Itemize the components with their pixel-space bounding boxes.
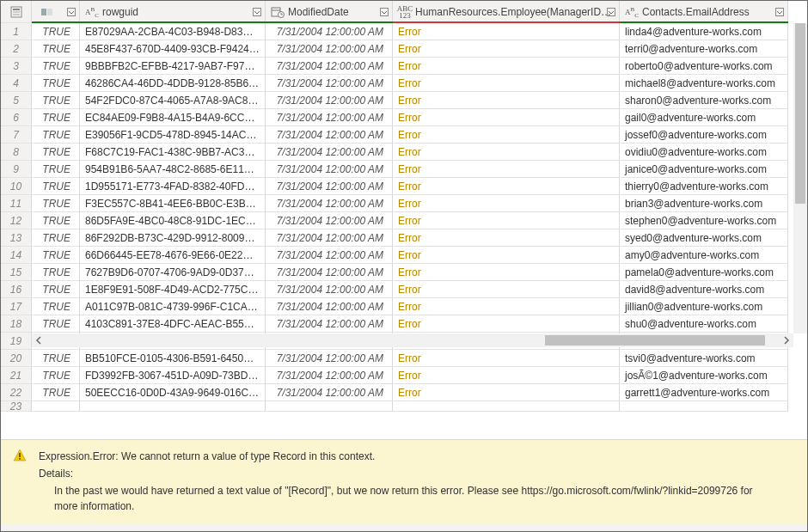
cell-error[interactable]: Error	[393, 126, 620, 144]
cell-bool[interactable]: TRUE	[32, 126, 80, 144]
cell-bool[interactable]: TRUE	[32, 264, 80, 281]
cell-modifieddate[interactable]: 7/31/2004 12:00:00 AM	[266, 264, 393, 281]
cell-modifieddate[interactable]: 7/31/2004 12:00:00 AM	[266, 161, 393, 178]
row-number[interactable]: 15	[1, 264, 32, 281]
row-number[interactable]: 8	[1, 144, 32, 161]
cell-email[interactable]: stephen0@adventure-works.com	[620, 212, 788, 229]
cell-modifieddate[interactable]: 7/31/2004 12:00:00 AM	[266, 229, 393, 247]
cell-error[interactable]: Error	[393, 315, 620, 333]
cell-bool[interactable]: TRUE	[32, 40, 80, 58]
cell-modifieddate[interactable]: 7/31/2004 12:00:00 AM	[266, 23, 393, 40]
scroll-right-arrow[interactable]	[780, 333, 793, 347]
cell-bool[interactable]: TRUE	[32, 315, 80, 333]
cell-error[interactable]: Error	[393, 350, 620, 367]
cell-email[interactable]: ovidiu0@adventure-works.com	[620, 144, 788, 161]
cell-email[interactable]: tsvi0@adventure-works.com	[620, 350, 788, 367]
cell-rowguid[interactable]: 954B91B6-5AA7-48C2-8685-6E11C6E5C...	[80, 161, 266, 178]
filter-dropdown-icon[interactable]	[67, 8, 76, 16]
cell-bool[interactable]: TRUE	[32, 229, 80, 247]
cell-email[interactable]: david8@adventure-works.com	[620, 281, 788, 298]
cell-bool[interactable]: TRUE	[32, 144, 80, 161]
row-number[interactable]: 6	[1, 109, 32, 126]
cell-error[interactable]: Error	[393, 229, 620, 247]
scrollbar-thumb[interactable]	[545, 335, 765, 345]
row-number[interactable]: 21	[1, 367, 32, 384]
cell-rowguid[interactable]: 1D955171-E773-4FAD-8382-40FD898D5...	[80, 178, 266, 195]
any-type-icon[interactable]: ABC123	[398, 5, 412, 19]
cell-rowguid[interactable]: 4103C891-37E8-4DFC-AEAC-B55E2BC1B...	[80, 315, 266, 333]
filter-dropdown-icon[interactable]	[380, 8, 389, 16]
row-number[interactable]: 3	[1, 58, 32, 75]
row-number[interactable]: 18	[1, 315, 32, 333]
cell-bool[interactable]: TRUE	[32, 75, 80, 92]
cell-email[interactable]: josÃ©1@adventure-works.com	[620, 367, 788, 384]
cell-error[interactable]: Error	[393, 178, 620, 195]
cell-bool[interactable]: TRUE	[32, 195, 80, 212]
row-number[interactable]: 19	[1, 333, 32, 350]
filter-dropdown-icon[interactable]	[253, 8, 261, 16]
cell-error[interactable]: Error	[393, 75, 620, 92]
scrollbar-thumb[interactable]	[795, 23, 805, 204]
cell-rowguid[interactable]: 50EECC16-0D0D-43A9-9649-016C06DE8...	[80, 384, 266, 401]
cell-email[interactable]: roberto0@adventure-works.com	[620, 58, 788, 75]
cell-error[interactable]: Error	[393, 58, 620, 75]
row-number[interactable]: 20	[1, 350, 32, 367]
column-header-bool[interactable]	[32, 1, 80, 23]
filter-dropdown-icon[interactable]	[607, 8, 615, 16]
cell-rowguid[interactable]: 54F2FDC0-87C4-4065-A7A8-9AC8EA624...	[80, 92, 266, 109]
row-number[interactable]: 11	[1, 195, 32, 212]
cell-error[interactable]: Error	[393, 161, 620, 178]
cell-email[interactable]: jillian0@adventure-works.com	[620, 298, 788, 315]
cell-error[interactable]: Error	[393, 298, 620, 315]
cell-bool[interactable]: TRUE	[32, 178, 80, 195]
row-number[interactable]: 12	[1, 212, 32, 229]
cell-modifieddate[interactable]: 7/31/2004 12:00:00 AM	[266, 195, 393, 212]
horizontal-scrollbar[interactable]	[32, 333, 793, 347]
cell-modifieddate[interactable]: 7/31/2004 12:00:00 AM	[266, 40, 393, 58]
cell-error[interactable]: Error	[393, 23, 620, 40]
row-number[interactable]: 22	[1, 384, 32, 401]
cell-bool[interactable]: TRUE	[32, 298, 80, 315]
column-header-email[interactable]: ABCContacts.EmailAddress	[620, 1, 788, 23]
column-header-modifieddate[interactable]: ModifiedDate	[266, 1, 393, 23]
cell-modifieddate[interactable]: 7/31/2004 12:00:00 AM	[266, 315, 393, 333]
cell-modifieddate[interactable]: 7/31/2004 12:00:00 AM	[266, 109, 393, 126]
cell-modifieddate[interactable]: 7/31/2004 12:00:00 AM	[266, 298, 393, 315]
column-header-rowguid[interactable]: ABCrowguid	[80, 1, 266, 23]
row-number[interactable]: 13	[1, 229, 32, 247]
cell-email[interactable]: gail0@adventure-works.com	[620, 109, 788, 126]
cell-error[interactable]: Error	[393, 264, 620, 281]
cell-email[interactable]: terri0@adventure-works.com	[620, 40, 788, 58]
cell-rowguid[interactable]: FD3992FB-3067-451D-A09D-73BD53C0F...	[80, 367, 266, 384]
cell-rowguid[interactable]: F68C7C19-FAC1-438C-9BB7-AC33FCC34...	[80, 144, 266, 161]
scroll-left-arrow[interactable]	[32, 333, 46, 347]
cell-error[interactable]: Error	[393, 92, 620, 109]
cell-error[interactable]: Error	[393, 247, 620, 264]
text-type-icon[interactable]: ABC	[625, 5, 639, 19]
cell-email[interactable]: janice0@adventure-works.com	[620, 161, 788, 178]
cell-error[interactable]: Error	[393, 367, 620, 384]
cell-email[interactable]: brian3@adventure-works.com	[620, 195, 788, 212]
data-grid[interactable]: ABCrowguidModifiedDateABC123HumanResourc…	[1, 1, 807, 439]
cell-bool[interactable]: TRUE	[32, 23, 80, 40]
row-number[interactable]: 1	[1, 23, 32, 40]
cell-bool[interactable]: TRUE	[32, 281, 80, 298]
cell-bool[interactable]: TRUE	[32, 109, 80, 126]
cell-modifieddate[interactable]: 7/31/2004 12:00:00 AM	[266, 281, 393, 298]
cell-bool[interactable]: TRUE	[32, 58, 80, 75]
row-number[interactable]: 4	[1, 75, 32, 92]
cell-email[interactable]: shu0@adventure-works.com	[620, 315, 788, 333]
cell-email[interactable]: amy0@adventure-works.com	[620, 247, 788, 264]
cell-email[interactable]: thierry0@adventure-works.com	[620, 178, 788, 195]
row-number[interactable]: 10	[1, 178, 32, 195]
cell-bool[interactable]: TRUE	[32, 384, 80, 401]
vertical-scrollbar[interactable]	[793, 23, 807, 333]
cell-rowguid[interactable]: 46286CA4-46DD-4DDB-9128-85B67E98D...	[80, 75, 266, 92]
cell-rowguid[interactable]: 86F292DB-B73C-429D-9912-800994D80...	[80, 229, 266, 247]
cell-modifieddate[interactable]: 7/31/2004 12:00:00 AM	[266, 92, 393, 109]
row-number[interactable]: 9	[1, 161, 32, 178]
cell-modifieddate[interactable]: 7/31/2004 12:00:00 AM	[266, 178, 393, 195]
row-number[interactable]: 16	[1, 281, 32, 298]
bool-type-icon[interactable]	[40, 5, 54, 19]
datetime-type-icon[interactable]	[271, 5, 285, 19]
